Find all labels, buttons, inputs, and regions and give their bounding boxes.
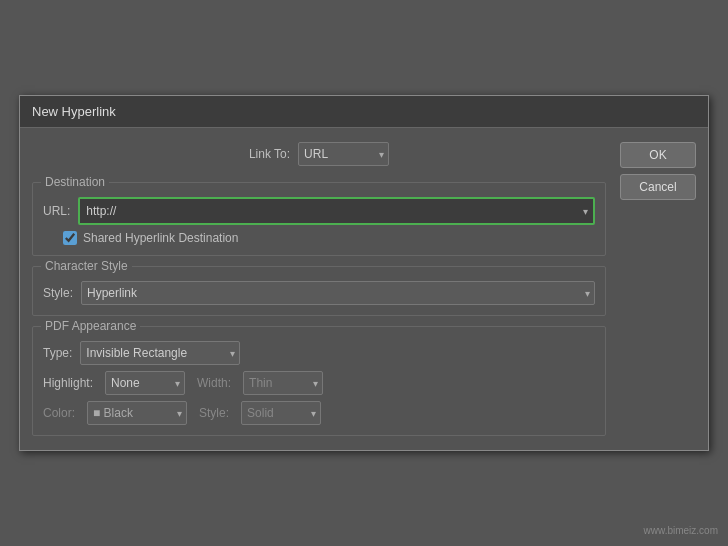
url-input-wrapper: ▾ [78, 197, 595, 225]
character-style-section-label: Character Style [41, 259, 132, 273]
width-select-wrapper: Thin Medium Thick [243, 371, 323, 395]
highlight-label: Highlight: [43, 376, 93, 390]
pdf-appearance-section-label: PDF Appearance [41, 319, 140, 333]
width-select[interactable]: Thin Medium Thick [243, 371, 323, 395]
color-select[interactable]: ■ Black White Red [87, 401, 187, 425]
type-select-wrapper: Invisible Rectangle Visible Rectangle [80, 341, 240, 365]
color-label: Color: [43, 406, 75, 420]
pdf-style-label: Style: [199, 406, 229, 420]
shared-hyperlink-label: Shared Hyperlink Destination [83, 231, 238, 245]
character-style-select-wrapper: Hyperlink None [81, 281, 595, 305]
character-style-select[interactable]: Hyperlink None [81, 281, 595, 305]
shared-hyperlink-checkbox[interactable] [63, 231, 77, 245]
highlight-select-wrapper: None Invert Outline Push [105, 371, 185, 395]
style-label: Style: [43, 286, 73, 300]
link-to-label: Link To: [249, 147, 290, 161]
link-to-select-wrapper: URL Text Anchor Email File [298, 142, 389, 166]
color-select-wrapper: ■ Black White Red [87, 401, 187, 425]
highlight-select[interactable]: None Invert Outline Push [105, 371, 185, 395]
ok-button[interactable]: OK [620, 142, 696, 168]
character-style-section: Character Style Style: Hyperlink None [32, 266, 606, 316]
destination-section: Destination URL: ▾ Shared Hyperlink Dest… [32, 182, 606, 256]
dialog-title: New Hyperlink [20, 96, 708, 128]
url-label: URL: [43, 204, 70, 218]
type-select[interactable]: Invisible Rectangle Visible Rectangle [80, 341, 240, 365]
watermark: www.bimeiz.com [644, 525, 718, 536]
width-label: Width: [197, 376, 231, 390]
url-input[interactable] [80, 199, 578, 223]
link-to-select[interactable]: URL Text Anchor Email File [298, 142, 389, 166]
shared-hyperlink-row: Shared Hyperlink Destination [63, 231, 595, 245]
type-label: Type: [43, 346, 72, 360]
destination-section-label: Destination [41, 175, 109, 189]
pdf-style-select-wrapper: Solid Dashed [241, 401, 321, 425]
pdf-appearance-section: PDF Appearance Type: Invisible Rectangle… [32, 326, 606, 436]
pdf-style-select[interactable]: Solid Dashed [241, 401, 321, 425]
new-hyperlink-dialog: New Hyperlink Link To: URL Text Anchor E… [19, 95, 709, 451]
url-dropdown-arrow-icon[interactable]: ▾ [578, 206, 593, 217]
cancel-button[interactable]: Cancel [620, 174, 696, 200]
